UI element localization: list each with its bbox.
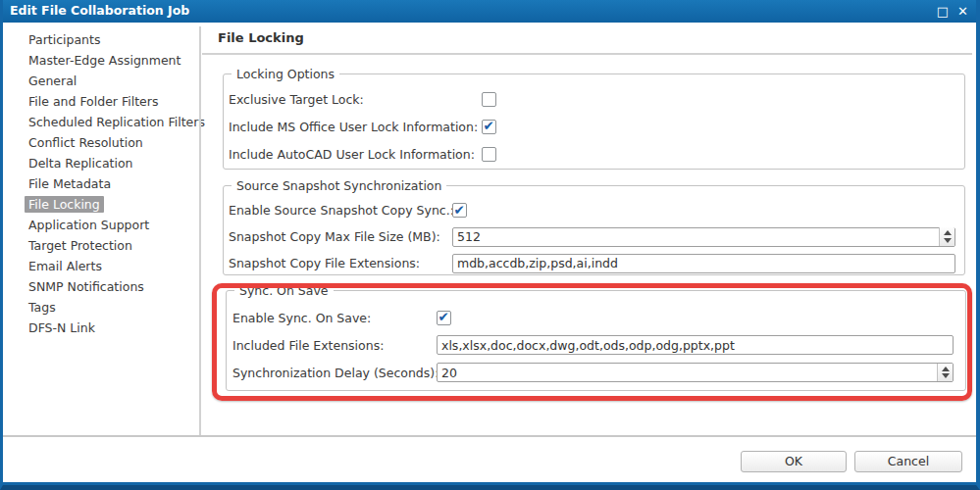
sidebar-item-label: Scheduled Replication Filters — [25, 114, 209, 130]
window-controls: □ ✕ — [937, 0, 968, 23]
group-sync-on-save: Sync. On Save Enable Sync. On Save: Incl… — [226, 290, 966, 391]
group-legend: Source Snapshot Synchronization — [232, 178, 446, 193]
sidebar-item-label: Conflict Resolution — [25, 134, 147, 151]
sidebar-item-dfs-n-link[interactable]: DFS-N Link — [3, 318, 199, 338]
sidebar-item-file-metadata[interactable]: File Metadata — [3, 173, 199, 194]
field-label: Included File Extensions: — [232, 338, 437, 353]
sidebar-item-master-edge-assignment[interactable]: Master-Edge Assignment — [3, 50, 199, 71]
sidebar-item-label: Master-Edge Assignment — [25, 52, 184, 69]
ok-button[interactable]: OK — [741, 451, 847, 472]
sidebar-item-conflict-resolution[interactable]: Conflict Resolution — [3, 132, 199, 153]
sidebar-item-general[interactable]: General — [3, 71, 199, 91]
sidebar-item-label: File and Folder Filters — [25, 93, 162, 110]
spinner-buttons — [939, 227, 954, 246]
maximize-button[interactable]: □ — [937, 5, 949, 18]
include-ms-office-user-lock-checkbox[interactable] — [482, 120, 496, 134]
sidebar-item-label: Target Protection — [25, 237, 136, 254]
sidebar-item-email-alerts[interactable]: Email Alerts — [3, 256, 199, 276]
sidebar-item-label: Participants — [25, 31, 104, 48]
field-row: Included File Extensions: — [232, 331, 957, 359]
field-label: Enable Sync. On Save: — [232, 311, 437, 325]
included-file-extensions-input[interactable] — [437, 335, 954, 355]
sidebar-item-label: SNMP Notifications — [25, 278, 148, 295]
group-legend: Sync. On Save — [234, 283, 334, 298]
spin-down-icon[interactable] — [942, 373, 950, 378]
title-underline — [202, 53, 972, 55]
field-label: Include AutoCAD User Lock Information: — [229, 147, 482, 162]
synchronization-delay-input[interactable] — [437, 363, 954, 382]
titlebar: Edit File Collaboration Job □ ✕ — [3, 0, 976, 23]
spinner-buttons — [937, 364, 953, 382]
close-icon: ✕ — [957, 4, 968, 19]
sidebar-item-label: Application Support — [25, 217, 153, 233]
footer-divider — [3, 435, 976, 437]
group-source-snapshot-synchronization: Source Snapshot Synchronization Enable S… — [223, 185, 965, 275]
sidebar-divider — [199, 26, 201, 435]
sidebar-item-label: Email Alerts — [25, 258, 106, 274]
synchronization-delay-spinner — [437, 363, 954, 383]
sidebar-item-file-locking[interactable]: File Locking — [3, 194, 199, 215]
group-locking-options: Locking Options Exclusive Target Lock: I… — [223, 74, 965, 170]
spin-up-icon[interactable] — [942, 367, 950, 371]
field-row: Include MS Office User Lock Information: — [229, 113, 956, 140]
field-row: Enable Source Snapshot Copy Sync.: — [229, 197, 956, 223]
snapshot-max-file-size-spinner — [452, 226, 955, 247]
sidebar-item-tags[interactable]: Tags — [3, 297, 199, 318]
dialog-body: Participants Master-Edge Assignment Gene… — [3, 23, 976, 482]
sidebar-item-target-protection[interactable]: Target Protection — [3, 235, 199, 256]
sidebar-item-scheduled-replication-filters[interactable]: Scheduled Replication Filters — [3, 112, 199, 132]
snapshot-copy-file-extensions-input[interactable] — [452, 254, 955, 273]
edit-file-collaboration-job-dialog: Edit File Collaboration Job □ ✕ Particip… — [0, 0, 980, 490]
sidebar-item-file-and-folder-filters[interactable]: File and Folder Filters — [3, 91, 199, 112]
field-row: Synchronization Delay (Seconds): — [232, 359, 957, 386]
snapshot-max-file-size-input[interactable] — [452, 227, 955, 247]
spin-up-icon[interactable] — [944, 230, 952, 235]
cancel-button[interactable]: Cancel — [854, 451, 962, 472]
field-label: Enable Source Snapshot Copy Sync.: — [229, 203, 452, 218]
sidebar-item-label: Tags — [25, 299, 60, 316]
enable-source-snapshot-copy-sync-checkbox[interactable] — [452, 203, 467, 218]
sidebar-item-participants[interactable]: Participants — [3, 29, 199, 50]
field-row: Snapshot Copy Max File Size (MB): — [229, 223, 956, 250]
spin-down-icon[interactable] — [944, 238, 952, 243]
group-legend: Locking Options — [232, 67, 339, 81]
field-row: Snapshot Copy File Extensions: — [229, 250, 956, 276]
field-label: Snapshot Copy Max File Size (MB): — [229, 229, 452, 244]
sidebar-item-delta-replication[interactable]: Delta Replication — [3, 153, 199, 173]
field-label: Exclusive Target Lock: — [229, 92, 482, 107]
sidebar-item-label: File Locking — [25, 196, 104, 213]
field-row: Include AutoCAD User Lock Information: — [229, 140, 956, 168]
sidebar-nav: Participants Master-Edge Assignment Gene… — [3, 29, 199, 338]
exclusive-target-lock-checkbox[interactable] — [482, 92, 496, 107]
sidebar-item-label: Delta Replication — [25, 155, 137, 172]
sidebar-item-label: DFS-N Link — [25, 319, 99, 336]
close-button[interactable]: ✕ — [957, 5, 968, 18]
field-row: Exclusive Target Lock: — [229, 85, 956, 113]
sidebar-item-application-support[interactable]: Application Support — [3, 215, 199, 235]
sidebar-item-snmp-notifications[interactable]: SNMP Notifications — [3, 276, 199, 297]
field-label: Snapshot Copy File Extensions: — [229, 256, 452, 270]
maximize-icon: □ — [937, 4, 949, 19]
sidebar-item-label: General — [25, 73, 80, 89]
field-row: Enable Sync. On Save: — [232, 304, 957, 331]
window-title: Edit File Collaboration Job — [10, 3, 189, 18]
page-title: File Locking — [218, 30, 304, 45]
include-autocad-user-lock-checkbox[interactable] — [482, 147, 496, 162]
enable-sync-on-save-checkbox[interactable] — [437, 311, 451, 325]
sidebar-item-label: File Metadata — [25, 175, 115, 192]
field-label: Include MS Office User Lock Information: — [229, 120, 482, 134]
field-label: Synchronization Delay (Seconds): — [232, 366, 437, 380]
